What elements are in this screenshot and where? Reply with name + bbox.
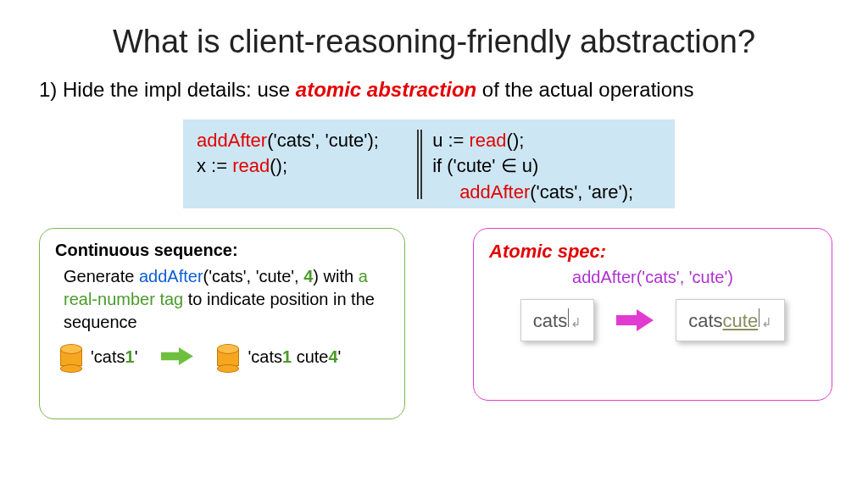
continuous-sequence-desc: Generate addAfter('cats', 'cute', 4) wit… [64,265,389,334]
return-glyph-icon: ↲ [761,315,772,330]
snap2-b: cute [723,310,759,332]
cs-desc-pre: Generate [64,267,139,286]
bullet-1: 1) Hide the impl details: use atomic abs… [39,78,693,102]
cs-desc-mid: with [319,267,359,286]
arrow-right-icon [161,347,193,366]
code-l-read: read [232,155,270,176]
code-l-xpre: x := [197,155,232,176]
snapshot-after: cats cute↲ [676,299,785,341]
cyl-label-1: 'cats1' [91,347,137,367]
code-l-args1: ('cats', 'cute'); [267,130,379,151]
cyl2-tag2: 4 [328,347,337,366]
cyl1-tag: 1 [125,347,135,366]
code-r-addafter: addAfter [459,181,530,202]
text-cursor-icon [568,308,569,327]
atomic-spec-panel: Atomic spec: addAfter('cats', 'cute') ca… [473,228,832,401]
snapshot-before: cats↲ [520,299,594,341]
snapshot-row: cats↲ cats cute↲ [489,299,816,341]
database-icon [217,344,239,369]
cs-desc-close: ) [313,267,319,286]
parallel-bars-icon [417,130,422,199]
cs-desc-a1: 'cats', 'cute', [209,267,303,286]
continuous-sequence-title: Continuous sequence: [55,241,389,260]
code-r-if: if ('cute' ∈ u) [432,153,665,179]
continuous-sequence-panel: Continuous sequence: Generate addAfter('… [39,228,405,419]
code-r-upre: u := [432,130,469,151]
arrow-right-icon [616,309,654,331]
code-r-read: read [470,130,507,151]
bullet-1-emph: atomic abstraction [296,78,476,101]
cyl2-pre: 'cats [248,347,282,366]
code-r-args: ('cats', 'are'); [530,181,633,202]
cyl1-post: ' [135,347,138,366]
cylinder-row: 'cats1' 'cats1 cute4' [60,344,389,369]
code-box: addAfter('cats', 'cute'); x := read(); u… [183,119,675,208]
code-col-right: u := read(); if ('cute' ∈ u) addAfter('c… [424,119,675,208]
return-glyph-icon: ↲ [570,315,581,330]
bullet-1-prefix: 1) Hide the impl details: use [39,78,296,101]
database-icon [60,344,82,369]
code-l-addafter: addAfter [197,130,267,151]
cyl2-post: ' [338,347,342,366]
slide-title: What is client-reasoning-friendly abstra… [0,24,868,60]
code-l-xpost: (); [270,155,287,176]
cyl-label-2: 'cats1 cute4' [248,347,341,367]
cyl1-pre: 'cats [91,347,125,366]
snap2-a: cats [688,310,722,332]
atomic-spec-title: Atomic spec: [489,241,816,263]
cyl2-tag: 1 [282,347,292,366]
bullet-1-suffix: of the actual operations [476,78,693,101]
code-r-upost: (); [507,130,525,151]
code-col-left: addAfter('cats', 'cute'); x := read(); [183,119,415,208]
snap1-text: cats [533,310,567,332]
atomic-spec-call: addAfter('cats', 'cute') [489,268,816,287]
parallel-divider [415,119,424,208]
text-cursor-icon [759,308,760,327]
cyl2-mid: cute [292,347,328,366]
cs-desc-tag: 4 [303,267,313,286]
cs-desc-fn: addAfter [139,267,203,286]
